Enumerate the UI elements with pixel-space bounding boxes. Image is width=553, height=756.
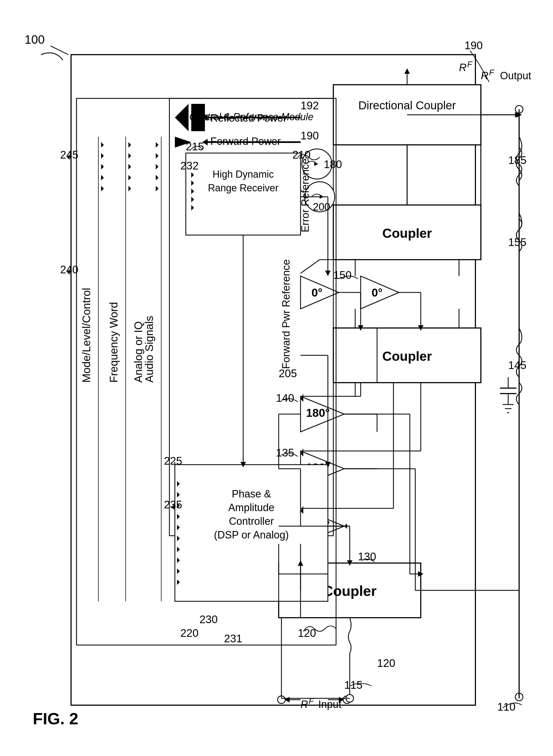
ref-225: 225 [164, 455, 182, 467]
ref-230: 230 [200, 613, 218, 625]
ref-120: 120 [298, 627, 316, 639]
mode-level-control: Mode/Level/Control [80, 288, 92, 383]
ref-110: 110 [497, 701, 516, 713]
f-input-super: F [309, 696, 314, 705]
ref-140: 140 [276, 392, 294, 404]
high-dynamic-label1: High Dynamic [213, 169, 274, 180]
diagram: FIG. 2 100 Directional Coupler 190 R F O… [0, 0, 553, 756]
phase-amp-label4: (DSP or Analog) [214, 529, 289, 541]
output-label: Output [500, 70, 532, 81]
ref-180: 180 [324, 158, 342, 170]
phase-amp-label1: Phase & [232, 488, 271, 500]
directional-coupler-label: Directional Coupler [358, 99, 456, 112]
analog-iq: Analog or IQ [132, 321, 144, 383]
ref-192: 192 [301, 99, 319, 111]
ref-190-mid: 190 [301, 130, 319, 142]
coupler-top-label: Coupler [382, 226, 432, 240]
deg0-right: 0° [372, 286, 383, 299]
r-input: R [301, 699, 308, 710]
ref-199-r: R [459, 62, 466, 73]
input-label: Input [318, 699, 341, 710]
forward-pwr-ref: Forward Pwr Reference [280, 259, 292, 369]
coupler-bot-label: Coupler [323, 583, 377, 599]
ref-231: 231 [224, 632, 242, 645]
r-output: R [481, 70, 488, 81]
deg180-top: 180° [306, 406, 330, 419]
svg-rect-59 [186, 153, 301, 235]
ref-199-f: F [467, 60, 473, 69]
ref-205: 205 [279, 367, 297, 379]
error-reference: Error Reference [300, 158, 311, 232]
deg0-left: 0° [311, 286, 322, 299]
ref-190-top: 190 [465, 40, 483, 51]
coupler-mid-label: Coupler [382, 349, 432, 364]
fig-label: FIG. 2 [33, 709, 78, 728]
ref-100: 100 [24, 33, 45, 46]
phase-amp-label3: Controller [229, 516, 274, 527]
high-dynamic-label2: Range Receiver [208, 182, 279, 194]
ref-115: 115 [344, 679, 363, 691]
audio-signals: Audio Signals [143, 316, 155, 383]
ref-220: 220 [180, 627, 199, 639]
frequency-word: Frequency Word [108, 302, 120, 383]
f-output-super: F [489, 68, 494, 77]
phase-amp-label2: Amplitude [228, 502, 274, 513]
ref-120-main: 120 [377, 657, 395, 669]
ref-232: 232 [180, 160, 199, 172]
ref-235: 235 [164, 499, 182, 511]
